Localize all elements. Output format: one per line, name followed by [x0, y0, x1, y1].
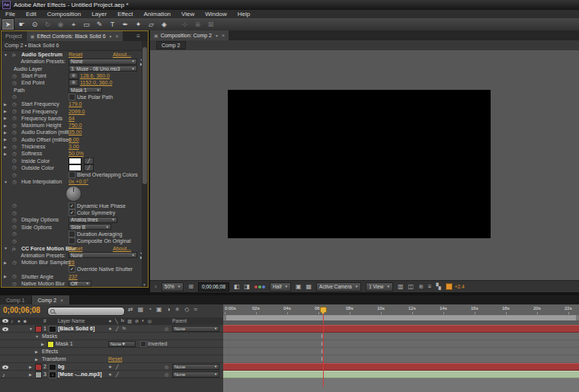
- layer-switches[interactable]: ∗╱: [108, 371, 119, 377]
- property-group-row[interactable]: ▶Mask 1None▼Inverted: [0, 340, 223, 348]
- layer-row[interactable]: ▼1[Black Solid 6]∗╱fx◎None▼: [0, 325, 223, 333]
- about-link[interactable]: About...: [113, 52, 131, 57]
- point-value[interactable]: 1152.0, 360.0: [80, 80, 112, 85]
- snapshot-icon[interactable]: ◧: [234, 283, 240, 290]
- transform-reset-link[interactable]: Reset: [108, 356, 122, 362]
- stopwatch-icon[interactable]: ◷: [12, 144, 20, 150]
- timeline-tab-comp-1[interactable]: Comp 1: [0, 295, 31, 304]
- stopwatch-icon[interactable]: ◷: [12, 151, 20, 157]
- scrollbar-down-icon[interactable]: ▼: [142, 282, 146, 287]
- parent-select[interactable]: None▼: [172, 364, 219, 370]
- label-color-swatch[interactable]: [35, 326, 42, 333]
- stopwatch-icon[interactable]: ◷: [12, 108, 20, 114]
- composition-viewer[interactable]: [150, 50, 579, 280]
- layer-row[interactable]: ▶2bg∗╱◎None▼: [0, 363, 223, 371]
- hue-dial[interactable]: [66, 186, 82, 202]
- region-of-interest-icon[interactable]: ▣: [296, 283, 302, 290]
- point-value[interactable]: 128.6, 360.0: [80, 73, 110, 78]
- property-track-row[interactable]: I: [223, 348, 579, 355]
- visibility-eye-icon[interactable]: [2, 327, 8, 332]
- expander-icon[interactable]: ▶: [4, 151, 10, 156]
- layer-row[interactable]: ♪▶3♪[Muse -...no.mp3]∗╱◎None▼: [0, 371, 223, 378]
- checkbox[interactable]: [69, 171, 75, 178]
- switch-icon-1[interactable]: ╱: [116, 326, 119, 331]
- expander-icon[interactable]: ▶: [4, 116, 10, 120]
- checkbox[interactable]: ✓: [69, 209, 75, 216]
- stopwatch-icon[interactable]: ◷: [12, 123, 20, 129]
- motion-blur-icon[interactable]: ◑: [167, 306, 171, 313]
- type-tool[interactable]: T: [107, 19, 118, 30]
- expander-icon[interactable]: ▼: [4, 180, 10, 184]
- expander-icon[interactable]: ▶: [35, 357, 38, 362]
- property-value[interactable]: 0.00: [69, 137, 79, 142]
- stopwatch-icon[interactable]: ◷: [12, 179, 20, 185]
- property-select[interactable]: Mask 1▼: [69, 87, 102, 93]
- timeline-button-icon[interactable]: ≡: [428, 283, 432, 290]
- exposure-control[interactable]: +2.4: [446, 283, 465, 290]
- stopwatch-icon[interactable]: ◷: [12, 129, 20, 135]
- show-channel-icon[interactable]: [254, 285, 265, 288]
- expander-icon[interactable]: ▶: [4, 130, 10, 135]
- panel-menu-icon[interactable]: ≡: [136, 33, 140, 40]
- property-track-row[interactable]: I: [223, 340, 579, 348]
- menu-item-file[interactable]: File: [0, 11, 21, 18]
- switch-icon-0[interactable]: ∗: [108, 364, 112, 369]
- stopwatch-icon[interactable]: ◷: [12, 260, 20, 266]
- puppet-pin-tool[interactable]: ◈: [158, 19, 170, 30]
- composition-frame[interactable]: [228, 90, 491, 238]
- hand-tool[interactable]: ☛: [16, 19, 27, 30]
- expander-icon[interactable]: ▶: [4, 274, 10, 279]
- graph-editor-icon[interactable]: ≈: [194, 306, 197, 313]
- checkbox[interactable]: [69, 237, 75, 244]
- work-area-end-handle[interactable]: [576, 315, 579, 320]
- switch-icon-1[interactable]: ╱: [116, 371, 119, 377]
- comp-nav-button[interactable]: Comp 2: [156, 41, 186, 49]
- layer-switches[interactable]: ∗╱: [108, 364, 119, 369]
- property-group-row[interactable]: ▼Masks: [0, 333, 223, 340]
- menu-item-effect[interactable]: Effect: [112, 11, 138, 18]
- group-label[interactable]: Effects: [42, 349, 58, 354]
- stopwatch-icon[interactable]: ◷: [12, 281, 20, 287]
- layer-name[interactable]: bg: [58, 364, 65, 369]
- menu-item-view[interactable]: View: [176, 11, 200, 18]
- expander-icon[interactable]: ▶: [4, 123, 10, 128]
- fast-previews-icon[interactable]: ≋: [418, 283, 424, 290]
- comp-mini-flowchart-icon[interactable]: ⇄: [128, 306, 133, 313]
- mask-mode-select[interactable]: None▼: [108, 341, 136, 347]
- expander-icon[interactable]: ▶: [4, 109, 10, 113]
- expander-icon[interactable]: ▶: [41, 342, 44, 346]
- property-value[interactable]: 0x +0.0°: [69, 179, 88, 184]
- audio-speaker-icon[interactable]: ♪: [2, 372, 5, 378]
- pan-behind-tool[interactable]: ⌖: [68, 19, 79, 30]
- parent-select[interactable]: None▼: [172, 371, 219, 378]
- expander-icon[interactable]: ▼: [4, 246, 10, 250]
- time-ruler[interactable]: 0:00s02s04s06s08s10s12s14s16s18s20s22s: [223, 304, 579, 316]
- tab-close-icon[interactable]: ×: [222, 33, 225, 38]
- property-value[interactable]: 179.0: [69, 101, 82, 107]
- parent-pickwhip-icon[interactable]: ◎: [165, 371, 168, 377]
- axis-local-icon[interactable]: ⊹: [179, 19, 190, 30]
- expander-icon[interactable]: ▶: [4, 102, 10, 107]
- magnification-select[interactable]: 50%▼: [162, 282, 184, 292]
- property-select[interactable]: Analog lines▼: [69, 217, 117, 223]
- stopwatch-icon[interactable]: ◷: [12, 73, 20, 79]
- tab-close-icon[interactable]: ×: [116, 33, 119, 39]
- view-layout-select[interactable]: 1 View▼: [366, 282, 393, 292]
- brainstorm-icon[interactable]: ✳: [175, 306, 181, 313]
- property-select[interactable]: 3. Muse - 08 Uno.mp3▼: [69, 65, 137, 72]
- stopwatch-icon[interactable]: ◷: [12, 238, 20, 244]
- expander-icon[interactable]: ▶: [4, 260, 10, 265]
- eraser-tool[interactable]: ▱: [146, 19, 157, 30]
- frame-blend-icon[interactable]: ▣: [156, 306, 162, 313]
- property-value[interactable]: 26: [69, 260, 75, 265]
- stopwatch-icon[interactable]: ◷: [12, 273, 20, 279]
- group-label[interactable]: Masks: [42, 333, 57, 339]
- stopwatch-icon[interactable]: ◷: [12, 210, 20, 216]
- preview-toggle-icon[interactable]: ▫: [155, 283, 157, 290]
- label-color-swatch[interactable]: [35, 364, 42, 371]
- tab-effect-controls[interactable]: ▣ Effect Controls: Black Solid 6 ▼ ×: [27, 31, 123, 41]
- rotation-tool[interactable]: ↻: [42, 19, 53, 30]
- expander-icon[interactable]: ▶: [29, 372, 32, 377]
- draft-3d-icon[interactable]: ▦: [138, 306, 144, 313]
- inverted-checkbox[interactable]: [140, 341, 146, 347]
